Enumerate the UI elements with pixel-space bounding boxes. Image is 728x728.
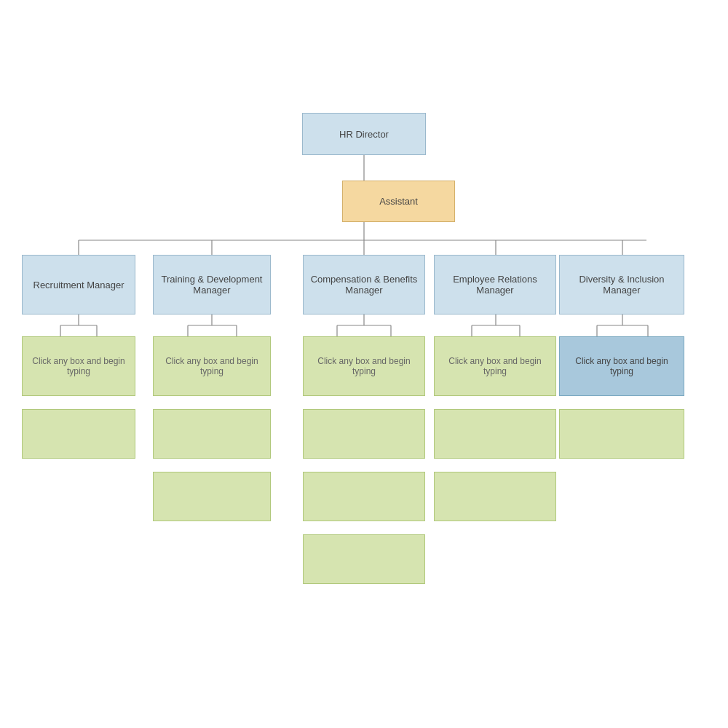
employee-relations-box[interactable]: Employee Relations Manager	[434, 255, 556, 314]
employee-child-3[interactable]	[434, 472, 556, 521]
compensation-child-2[interactable]	[303, 409, 425, 459]
training-child-1[interactable]: Click any box and begin typing	[153, 336, 271, 396]
hr-director-box[interactable]: HR Director	[302, 113, 426, 155]
assistant-box[interactable]: Assistant	[342, 181, 455, 222]
recruitment-manager-box[interactable]: Recruitment Manager	[22, 255, 135, 314]
recruitment-child-1[interactable]: Click any box and begin typing	[22, 336, 135, 396]
employee-child-2[interactable]	[434, 409, 556, 459]
diversity-child-2[interactable]	[559, 409, 684, 459]
employee-child-1[interactable]: Click any box and begin typing	[434, 336, 556, 396]
training-manager-box[interactable]: Training & Development Manager	[153, 255, 271, 314]
compensation-child-1[interactable]: Click any box and begin typing	[303, 336, 425, 396]
training-child-3[interactable]	[153, 472, 271, 521]
compensation-child-4[interactable]	[303, 534, 425, 584]
diversity-manager-box[interactable]: Diversity & Inclusion Manager	[559, 255, 684, 314]
diversity-child-1[interactable]: Click any box and begin typing	[559, 336, 684, 396]
compensation-manager-box[interactable]: Compensation & Benefits Manager	[303, 255, 425, 314]
recruitment-child-2[interactable]	[22, 409, 135, 459]
training-child-2[interactable]	[153, 409, 271, 459]
compensation-child-3[interactable]	[303, 472, 425, 521]
org-chart: HR Director Assistant Recruitment Manage…	[0, 0, 728, 728]
